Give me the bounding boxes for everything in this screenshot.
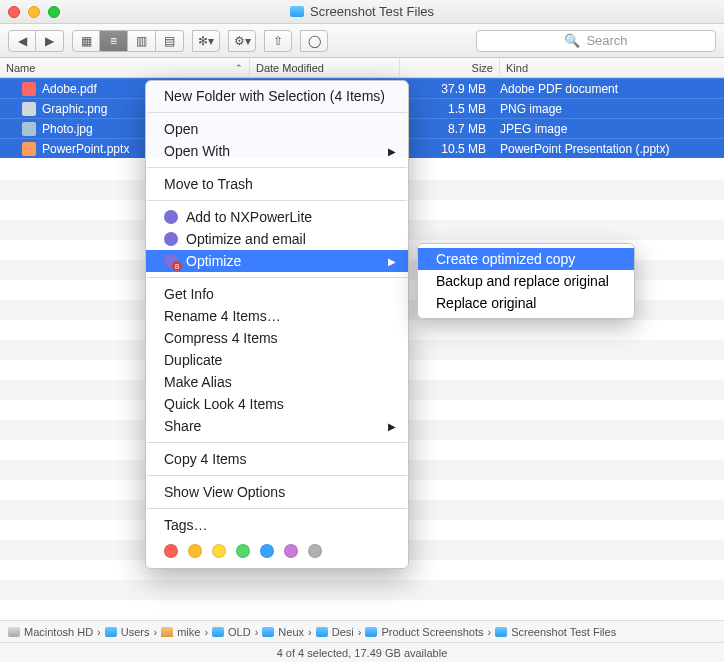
submenu-backup-replace[interactable]: Backup and replace original	[418, 270, 634, 292]
col-size[interactable]: Size	[400, 58, 500, 77]
path-bar: Macintosh HD› Users› mike› OLD› Neux› De…	[0, 620, 724, 642]
column-headers: Name ⌃ Date Modified Size Kind	[0, 58, 724, 78]
path-crumb[interactable]: Desi	[316, 626, 354, 638]
menu-trash[interactable]: Move to Trash	[146, 173, 408, 195]
traffic-lights	[8, 6, 60, 18]
path-crumb[interactable]: mike	[161, 626, 200, 638]
tag-blue[interactable]	[260, 544, 274, 558]
nav-buttons: ◀ ▶	[8, 30, 64, 52]
menu-rename[interactable]: Rename 4 Items…	[146, 305, 408, 327]
path-crumb[interactable]: OLD	[212, 626, 251, 638]
path-crumb[interactable]: Product Screenshots	[365, 626, 483, 638]
menu-nxp-optimize[interactable]: Optimize▶	[146, 250, 408, 272]
icon-view-button[interactable]: ▦	[72, 30, 100, 52]
menu-tags[interactable]: Tags…	[146, 514, 408, 536]
menu-quicklook[interactable]: Quick Look 4 Items	[146, 393, 408, 415]
menu-view-options[interactable]: Show View Options	[146, 481, 408, 503]
view-buttons: ▦ ≡ ▥ ▤	[72, 30, 184, 52]
tag-purple[interactable]	[284, 544, 298, 558]
list-view-button[interactable]: ≡	[100, 30, 128, 52]
nxpowerlite-icon	[164, 254, 178, 268]
folder-icon	[290, 6, 304, 17]
optimize-submenu: Create optimized copy Backup and replace…	[417, 243, 635, 319]
status-text: 4 of 4 selected, 17.49 GB available	[277, 647, 448, 659]
zoom-window-button[interactable]	[48, 6, 60, 18]
gallery-view-button[interactable]: ▤	[156, 30, 184, 52]
submenu-replace[interactable]: Replace original	[418, 292, 634, 314]
folder-icon	[212, 627, 224, 637]
menu-copy[interactable]: Copy 4 Items	[146, 448, 408, 470]
menu-share[interactable]: Share▶	[146, 415, 408, 437]
nxpowerlite-icon	[164, 210, 178, 224]
arrange-group: ✻▾	[192, 30, 220, 52]
menu-tag-colors	[146, 536, 408, 564]
menu-nxp-add[interactable]: Add to NXPowerLite	[146, 206, 408, 228]
path-crumb[interactable]: Users	[105, 626, 150, 638]
pptx-icon	[22, 142, 36, 156]
folder-icon	[495, 627, 507, 637]
sort-indicator-icon: ⌃	[235, 63, 243, 73]
forward-button[interactable]: ▶	[36, 30, 64, 52]
menu-alias[interactable]: Make Alias	[146, 371, 408, 393]
tag-gray[interactable]	[308, 544, 322, 558]
edit-tags-button[interactable]: ◯	[300, 30, 328, 52]
tag-green[interactable]	[236, 544, 250, 558]
action-button[interactable]: ⚙▾	[228, 30, 256, 52]
menu-new-folder[interactable]: New Folder with Selection (4 Items)	[146, 85, 408, 107]
menu-open-with[interactable]: Open With▶	[146, 140, 408, 162]
submenu-arrow-icon: ▶	[388, 256, 396, 267]
arrange-button[interactable]: ✻▾	[192, 30, 220, 52]
back-button[interactable]: ◀	[8, 30, 36, 52]
menu-nxp-email[interactable]: Optimize and email	[146, 228, 408, 250]
menu-duplicate[interactable]: Duplicate	[146, 349, 408, 371]
minimize-window-button[interactable]	[28, 6, 40, 18]
titlebar: Screenshot Test Files	[0, 0, 724, 24]
jpg-icon	[22, 122, 36, 136]
nxpowerlite-icon	[164, 232, 178, 246]
share-button[interactable]: ⇧	[264, 30, 292, 52]
folder-icon	[316, 627, 328, 637]
search-icon: 🔍	[564, 33, 580, 48]
submenu-arrow-icon: ▶	[388, 421, 396, 432]
path-crumb[interactable]: Neux	[262, 626, 304, 638]
folder-icon	[262, 627, 274, 637]
tags-group: ◯	[300, 30, 328, 52]
submenu-arrow-icon: ▶	[388, 146, 396, 157]
col-kind[interactable]: Kind	[500, 58, 724, 77]
col-date[interactable]: Date Modified	[250, 58, 400, 77]
action-group: ⚙▾	[228, 30, 256, 52]
folder-icon	[365, 627, 377, 637]
menu-compress[interactable]: Compress 4 Items	[146, 327, 408, 349]
window-title: Screenshot Test Files	[310, 4, 434, 19]
path-crumb[interactable]: Screenshot Test Files	[495, 626, 616, 638]
search-placeholder: Search	[586, 33, 627, 48]
context-menu: New Folder with Selection (4 Items) Open…	[145, 80, 409, 569]
home-icon	[161, 627, 173, 637]
png-icon	[22, 102, 36, 116]
menu-get-info[interactable]: Get Info	[146, 283, 408, 305]
pdf-icon	[22, 82, 36, 96]
submenu-create-copy[interactable]: Create optimized copy	[418, 248, 634, 270]
close-window-button[interactable]	[8, 6, 20, 18]
share-group: ⇧	[264, 30, 292, 52]
disk-icon	[8, 627, 20, 637]
menu-open[interactable]: Open	[146, 118, 408, 140]
status-bar: 4 of 4 selected, 17.49 GB available	[0, 642, 724, 662]
search-field[interactable]: 🔍 Search	[476, 30, 716, 52]
tag-red[interactable]	[164, 544, 178, 558]
col-name[interactable]: Name ⌃	[0, 58, 250, 77]
tag-yellow[interactable]	[212, 544, 226, 558]
window-title-area: Screenshot Test Files	[0, 4, 724, 19]
path-crumb[interactable]: Macintosh HD	[8, 626, 93, 638]
folder-icon	[105, 627, 117, 637]
column-view-button[interactable]: ▥	[128, 30, 156, 52]
toolbar: ◀ ▶ ▦ ≡ ▥ ▤ ✻▾ ⚙▾ ⇧ ◯ 🔍 Search	[0, 24, 724, 58]
tag-orange[interactable]	[188, 544, 202, 558]
